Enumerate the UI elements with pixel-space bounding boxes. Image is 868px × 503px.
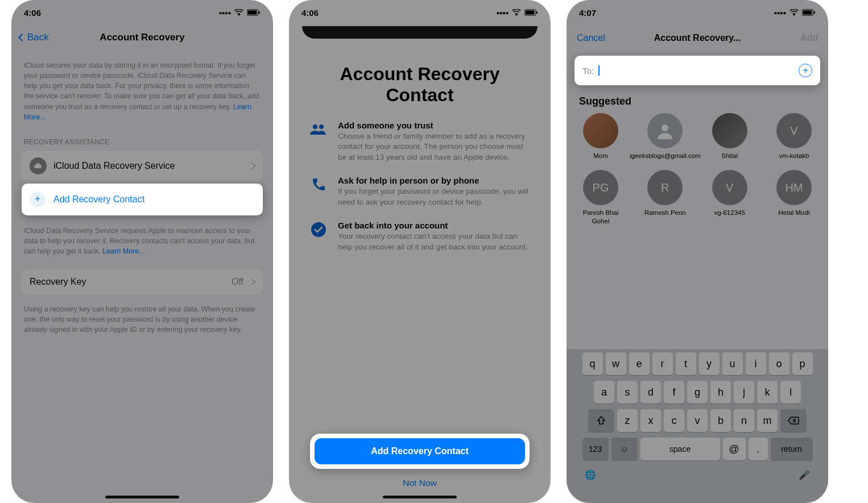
page-title: Account Recovery <box>100 32 184 43</box>
numbers-key[interactable]: 123 <box>582 438 609 460</box>
avatar: PG <box>583 170 618 205</box>
sheet-handle <box>302 26 538 39</box>
plus-icon: + <box>30 192 46 207</box>
key-e[interactable]: e <box>629 352 650 375</box>
screen-recovery-contact-info: 4:06 ▪▪▪▪ Account Recovery Contact Add s… <box>289 0 551 503</box>
icloud-icon <box>30 157 47 174</box>
avatar <box>647 113 683 148</box>
contact-vg[interactable]: V vg-612345 <box>706 170 754 225</box>
not-now-button[interactable]: Not Now <box>403 478 436 488</box>
section-header-recovery-assistance: RECOVERY ASSISTANCE <box>22 128 263 151</box>
key-c[interactable]: c <box>664 409 684 432</box>
key-g[interactable]: g <box>687 381 708 404</box>
cell-label: iCloud Data Recovery Service <box>53 161 175 171</box>
key-x[interactable]: x <box>640 409 661 432</box>
key-d[interactable]: d <box>640 381 661 404</box>
space-key[interactable]: space <box>640 438 720 460</box>
cell-recovery-key[interactable]: Recovery Key Off <box>22 270 263 294</box>
add-recovery-contact-button[interactable]: Add Recovery Contact <box>315 438 525 464</box>
battery-icon <box>524 8 538 18</box>
key-l[interactable]: l <box>780 381 801 404</box>
key-v[interactable]: v <box>687 409 708 432</box>
svg-point-8 <box>311 222 326 237</box>
at-key[interactable]: @ <box>723 438 746 460</box>
delete-key[interactable] <box>780 409 807 432</box>
contacts-row-1: Mom igeeksblogs@gmail.com Shital V vm-ko… <box>567 113 828 160</box>
key-q[interactable]: q <box>582 352 603 375</box>
key-a[interactable]: a <box>594 381 614 404</box>
chevron-left-icon <box>18 34 26 41</box>
key-o[interactable]: o <box>769 352 790 375</box>
cell-label: Recovery Key <box>30 277 86 287</box>
feature-get-back: Get back into your account Your recovery… <box>289 211 551 256</box>
cell-add-recovery-contact[interactable]: + Add Recovery Contact <box>22 184 263 215</box>
key-j[interactable]: j <box>734 381 754 404</box>
screen-account-recovery: 4:06 ▪▪▪▪ Back Account Recovery iCloud s… <box>11 0 273 503</box>
svg-point-6 <box>313 124 317 129</box>
to-input[interactable] <box>604 66 794 76</box>
screen-choose-contact: 4:07 ▪▪▪▪ Cancel Account Recovery... Add… <box>567 0 828 503</box>
key-h[interactable]: h <box>710 381 731 404</box>
status-bar: 4:07 ▪▪▪▪ <box>567 0 828 25</box>
contact-mom[interactable]: Mom <box>577 113 625 160</box>
key-u[interactable]: u <box>722 352 743 375</box>
feature-heading: Ask for help in person or by phone <box>338 176 530 185</box>
add-contact-icon[interactable]: + <box>799 64 812 77</box>
service-footer: iCloud Data Recovery Service requires Ap… <box>22 215 263 262</box>
primary-button-wrap: Add Recovery Contact <box>310 434 530 469</box>
globe-icon[interactable]: 🌐 <box>585 469 596 480</box>
key-n[interactable]: n <box>734 409 754 432</box>
signal-icon: ▪▪▪▪ <box>497 8 509 18</box>
key-footer: Using a recovery key can help you restor… <box>22 294 263 340</box>
key-r[interactable]: r <box>652 352 673 375</box>
return-key[interactable]: return <box>771 438 813 460</box>
avatar: V <box>712 170 747 205</box>
key-z[interactable]: z <box>617 409 638 432</box>
feature-desc: Choose a friend or family member to add … <box>338 131 530 164</box>
svg-point-12 <box>662 124 668 131</box>
contact-vm-kotakb[interactable]: V vm-kotakb <box>770 113 818 160</box>
key-p[interactable]: p <box>792 352 813 375</box>
suggested-header: Suggested <box>567 85 828 113</box>
key-w[interactable]: w <box>606 352 626 375</box>
contact-ramesh[interactable]: R Ramesh Peon <box>641 170 689 225</box>
dot-key[interactable]: . <box>749 438 768 460</box>
contact-paresh[interactable]: PG Paresh Bhai Gohel <box>577 170 625 225</box>
back-button[interactable]: Back <box>19 32 49 43</box>
key-m[interactable]: m <box>757 409 778 432</box>
mic-icon[interactable]: 🎤 <box>799 469 810 480</box>
battery-icon <box>802 8 816 18</box>
key-f[interactable]: f <box>664 381 684 404</box>
modal-nav: Cancel Account Recovery... Add <box>567 25 828 51</box>
contacts-row-2: PG Paresh Bhai Gohel R Ramesh Peon V vg-… <box>567 170 828 225</box>
status-time: 4:07 <box>579 8 596 18</box>
svg-rect-4 <box>526 10 535 14</box>
wifi-icon <box>234 8 243 18</box>
status-bar: 4:06 ▪▪▪▪ <box>289 0 551 25</box>
key-k[interactable]: k <box>757 381 778 404</box>
shift-key[interactable] <box>588 409 614 432</box>
contact-igeeksblogs[interactable]: igeeksblogs@gmail.com <box>641 113 689 160</box>
status-icons: ▪▪▪▪ <box>219 8 261 18</box>
learn-more-link-2[interactable]: Learn More... <box>102 247 144 255</box>
key-s[interactable]: s <box>617 381 638 404</box>
chevron-right-icon <box>249 163 255 169</box>
keyboard: qwertyuiop asdfghjkl zxcvbnm 123 ☺ space… <box>567 349 828 503</box>
avatar: HM <box>776 170 812 205</box>
to-field[interactable]: To: + <box>574 56 820 85</box>
status-icons: ▪▪▪▪ <box>774 8 816 18</box>
avatar <box>712 113 747 148</box>
key-i[interactable]: i <box>746 352 766 375</box>
key-t[interactable]: t <box>676 352 696 375</box>
key-b[interactable]: b <box>710 409 731 432</box>
contact-shital[interactable]: Shital <box>706 113 754 160</box>
text-cursor-icon <box>598 65 600 76</box>
cell-icloud-service[interactable]: iCloud Data Recovery Service <box>22 151 263 181</box>
contact-hetal[interactable]: HM Hetal Modi <box>770 170 818 225</box>
svg-rect-1 <box>248 10 257 14</box>
people-icon <box>309 120 328 139</box>
modal-title: Account Recovery... <box>654 33 741 43</box>
cancel-button[interactable]: Cancel <box>577 33 605 43</box>
key-y[interactable]: y <box>699 352 720 375</box>
emoji-key[interactable]: ☺ <box>611 438 638 460</box>
